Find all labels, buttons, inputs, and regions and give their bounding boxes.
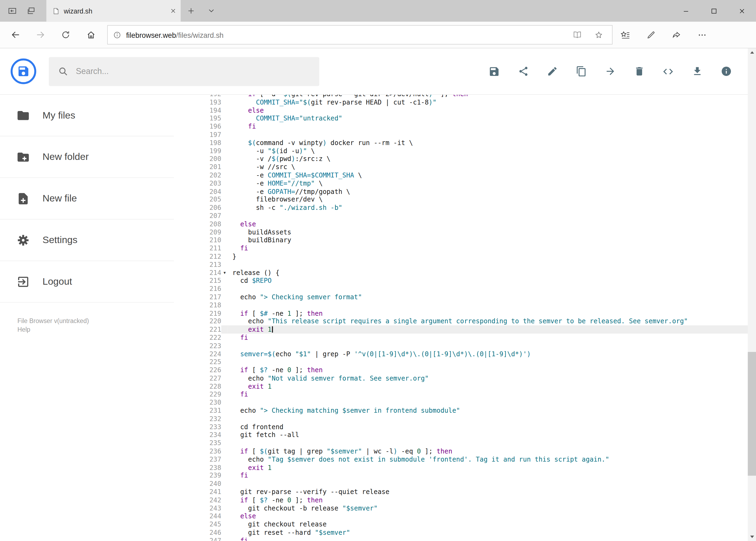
code-line[interactable]: 211 fi [174,244,756,252]
code-line[interactable]: 209 buildAssets [174,228,756,236]
code-line[interactable]: 231 echo "> Checking matching $semver in… [174,406,756,415]
page-scrollbar[interactable] [748,48,756,541]
tab-preview-button[interactable] [201,0,221,22]
save-button[interactable] [488,66,500,77]
code-line[interactable]: 225 [174,358,756,366]
code-line[interactable]: 239 fi [174,472,756,480]
code-line[interactable]: 210 buildBinary [174,236,756,244]
code-line[interactable]: 244 else [174,512,756,520]
code-line[interactable]: 246 git reset --hard "$semver" [174,528,756,536]
code-line[interactable]: 206 sh -c "./wizard.sh -b" [174,204,756,212]
move-button[interactable] [604,66,616,77]
code-line[interactable]: 203 -e HOME="//tmp" \ [174,179,756,188]
info-button[interactable] [720,66,732,77]
sidebar-item-my-files[interactable]: My files [0,95,174,136]
code-line[interactable]: 214▾release () { [174,269,756,276]
code-line[interactable]: 221 exit 1 [174,325,756,333]
code-line[interactable]: 217 echo "> Checking semver format" [174,293,756,301]
tab-close-icon[interactable] [170,8,176,14]
code-line[interactable]: 245 git checkout release [174,520,756,528]
code-line[interactable]: 240 [174,480,756,488]
code-line[interactable]: 232 [174,415,756,423]
code-line[interactable]: 236 if [ $(git tag | grep "$semver" | wc… [174,447,756,455]
address-bar[interactable]: filebrowser.web/files/wizard.sh [107,25,613,45]
code-line[interactable]: 219 if [ $# -ne 1 ]; then [174,309,756,317]
browser-tab[interactable]: wizard.sh [46,0,181,22]
code-line[interactable]: 201 -w //src \ [174,163,756,171]
help-link[interactable]: Help [17,326,174,333]
sidebar-item-new-folder[interactable]: New folder [0,136,174,178]
code-line[interactable]: 241 git rev-parse --verify --quiet relea… [174,488,756,496]
code-line[interactable]: 229 fi [174,390,756,398]
code-line[interactable]: 228 exit 1 [174,382,756,390]
code-editor[interactable]: 192 if [ -d "$(git rev-parse --git-dir 2… [174,95,756,541]
rename-button[interactable] [546,66,558,77]
home-button[interactable] [78,24,104,46]
code-line[interactable]: 213 [174,261,756,269]
back-button[interactable] [3,24,28,46]
code-line[interactable]: 220 echo "This release script requires a… [174,317,756,325]
code-line[interactable]: 233 cd frontend [174,423,756,431]
hub-button[interactable] [613,24,638,46]
code-line[interactable]: 243 git checkout -b release "$semver" [174,504,756,512]
code-line[interactable]: 216 [174,285,756,293]
code-line[interactable]: 197 [174,131,756,139]
code-line[interactable]: 196 fi [174,122,756,131]
code-line[interactable]: 204 -e GOPATH=//tmp/gopath \ [174,188,756,196]
reading-view-button[interactable] [569,26,586,43]
code-line[interactable]: 237 echo "Tag $semver does not exist in … [174,455,756,463]
code-line[interactable]: 208 else [174,220,756,228]
close-button[interactable] [728,0,756,22]
code-line[interactable]: 224 semver=$(echo "$1" | grep -P '^v(0|[… [174,350,756,358]
code-line[interactable]: 226 if [ $? -ne 0 ]; then [174,366,756,374]
code-line[interactable]: 199 -u "$(id -u)" \ [174,147,756,155]
tabs-set-aside-button[interactable] [21,0,40,22]
sidebar-item-settings[interactable]: Settings [0,220,174,261]
scrollbar-track[interactable] [748,56,756,533]
fold-marker-icon[interactable]: ▾ [221,269,228,276]
scroll-down-icon[interactable] [748,533,756,541]
code-line[interactable]: 198 $(command -v winpty) docker run --rm… [174,139,756,147]
web-note-button[interactable] [638,24,664,46]
code-line[interactable]: 235 [174,439,756,447]
code-line[interactable]: 230 [174,398,756,406]
delete-button[interactable] [633,66,645,77]
refresh-button[interactable] [53,24,78,46]
code-line[interactable]: 207 [174,212,756,220]
set-tabs-aside-button[interactable] [3,0,21,22]
more-button[interactable] [689,24,715,46]
maximize-button[interactable] [700,0,728,22]
code-line[interactable]: 238 exit 1 [174,463,756,472]
share-page-button[interactable] [664,24,689,46]
code-line[interactable]: 223 [174,342,756,350]
code-line[interactable]: 193 COMMIT_SHA="$(git rev-parse HEAD | c… [174,98,756,106]
code-line[interactable]: 234 git fetch --all [174,431,756,439]
code-line[interactable]: 212} [174,252,756,261]
code-line[interactable]: 247 fi [174,536,756,541]
download-button[interactable] [691,66,703,77]
code-line[interactable]: 200 -v /$(pwd):/src:z \ [174,155,756,163]
scroll-up-icon[interactable] [748,48,756,56]
search-input[interactable]: Search... [49,57,319,86]
app-logo[interactable] [11,59,36,84]
minimize-button[interactable] [672,0,700,22]
scrollbar-thumb[interactable] [748,352,756,475]
sidebar-item-new-file[interactable]: New file [0,178,174,220]
forward-button[interactable] [28,24,53,46]
code-line[interactable]: 218 [174,301,756,309]
source-button[interactable] [662,66,674,77]
share-button[interactable] [517,66,529,77]
code-line[interactable]: 192 if [ -d "$(git rev-parse --git-dir 2… [174,95,756,98]
copy-button[interactable] [576,66,587,77]
code-line[interactable]: 195 COMMIT_SHA="untracked" [174,114,756,122]
code-line[interactable]: 227 echo "Not valid semver format. See s… [174,374,756,382]
add-favorite-button[interactable] [590,26,607,43]
code-line[interactable]: 222 fi [174,333,756,342]
new-tab-button[interactable] [180,0,201,22]
code-line[interactable]: 202 -e COMMIT_SHA=$COMMIT_SHA \ [174,171,756,179]
code-line[interactable]: 194 else [174,106,756,114]
sidebar-item-logout[interactable]: Logout [0,261,174,302]
code-line[interactable]: 242 if [ $? -ne 0 ]; then [174,496,756,504]
code-line[interactable]: 215 cd $REPO [174,276,756,285]
code-line[interactable]: 205 filebrowser/dev \ [174,196,756,204]
